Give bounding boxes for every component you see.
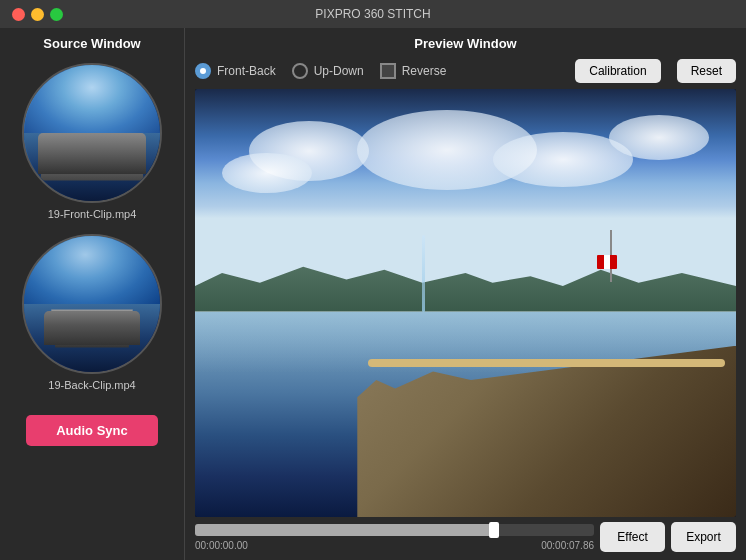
- timeline-container: 00:00:00.00 00:00:07.86: [195, 524, 594, 551]
- bottom-row: 00:00:00.00 00:00:07.86 Effect Export: [195, 522, 736, 552]
- video-boat-rail: [368, 359, 725, 367]
- front-boat: [40, 133, 143, 181]
- calibration-button[interactable]: Calibration: [575, 59, 660, 83]
- back-water: [24, 304, 160, 372]
- back-clip-label: 19-Back-Clip.mp4: [48, 379, 135, 391]
- front-water: [24, 133, 160, 201]
- front-clip-container: 19-Front-Clip.mp4: [22, 63, 162, 228]
- source-panel: Source Window 19-Front-Clip.mp4 19-Back-…: [0, 28, 185, 560]
- preview-video[interactable]: [195, 89, 736, 517]
- main-layout: Source Window 19-Front-Clip.mp4 19-Back-…: [0, 28, 746, 560]
- back-clip-container: 19-Back-Clip.mp4: [22, 234, 162, 399]
- up-down-radio[interactable]: [292, 63, 308, 79]
- minimize-button[interactable]: [31, 8, 44, 21]
- maximize-button[interactable]: [50, 8, 63, 21]
- controls-row: Front-Back Up-Down Reverse Calibration R…: [195, 59, 736, 83]
- up-down-label: Up-Down: [314, 64, 364, 78]
- back-boat: [51, 309, 133, 347]
- timeline-thumb[interactable]: [489, 522, 499, 538]
- reverse-checkbox[interactable]: [380, 63, 396, 79]
- timeline-progress: [195, 524, 494, 536]
- front-sky: [24, 65, 160, 140]
- reverse-label: Reverse: [402, 64, 447, 78]
- front-clip-preview[interactable]: [22, 63, 162, 203]
- video-fountain: [422, 235, 425, 312]
- up-down-radio-group: Up-Down: [292, 63, 364, 79]
- source-panel-title: Source Window: [43, 36, 140, 51]
- video-scene: [195, 89, 736, 517]
- back-clip-preview[interactable]: [22, 234, 162, 374]
- app-title: PIXPRO 360 STITCH: [315, 7, 430, 21]
- timeline-labels: 00:00:00.00 00:00:07.86: [195, 540, 594, 551]
- time-start: 00:00:00.00: [195, 540, 248, 551]
- effect-button[interactable]: Effect: [600, 522, 665, 552]
- front-back-label: Front-Back: [217, 64, 276, 78]
- export-button[interactable]: Export: [671, 522, 736, 552]
- cloud-4: [609, 115, 709, 160]
- close-button[interactable]: [12, 8, 25, 21]
- cloud-5: [222, 153, 312, 193]
- time-end: 00:00:07.86: [541, 540, 594, 551]
- back-sky: [24, 236, 160, 311]
- front-back-radio[interactable]: [195, 63, 211, 79]
- audio-sync-button[interactable]: Audio Sync: [26, 415, 158, 446]
- preview-panel-title: Preview Window: [195, 36, 736, 51]
- title-bar: PIXPRO 360 STITCH: [0, 0, 746, 28]
- preview-panel: Preview Window Front-Back Up-Down Revers…: [185, 28, 746, 560]
- video-flag: [597, 255, 617, 269]
- window-controls: [12, 8, 63, 21]
- timeline-track[interactable]: [195, 524, 594, 536]
- front-clip-label: 19-Front-Clip.mp4: [48, 208, 137, 220]
- front-back-radio-group: Front-Back: [195, 63, 276, 79]
- reverse-checkbox-group: Reverse: [380, 63, 447, 79]
- reset-button[interactable]: Reset: [677, 59, 736, 83]
